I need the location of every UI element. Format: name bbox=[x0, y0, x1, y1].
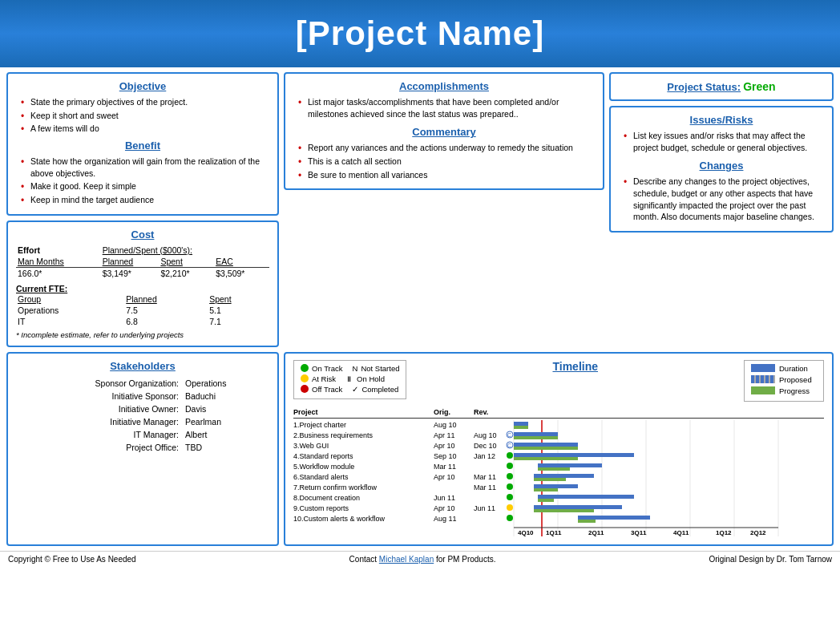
progress-bar bbox=[751, 386, 775, 394]
svg-text:Mar 11: Mar 11 bbox=[434, 463, 456, 471]
svg-rect-31 bbox=[514, 457, 578, 460]
svg-text:Apr 10: Apr 10 bbox=[434, 442, 455, 450]
val-planned: $3,149* bbox=[101, 267, 160, 279]
s-val: TBD bbox=[183, 442, 268, 453]
svg-text:Apr 10: Apr 10 bbox=[434, 473, 455, 481]
design-credit: Original Design by Dr. Tom Tarnow bbox=[709, 555, 832, 564]
svg-rect-47 bbox=[534, 488, 558, 491]
completed-label: Completed bbox=[361, 385, 398, 394]
main-grid: Objective State the primary objectives o… bbox=[0, 67, 840, 352]
timeline-title: Timeline bbox=[414, 360, 736, 373]
cost-table: Effort Planned/Spent ($000's): Man Month… bbox=[16, 245, 269, 279]
svg-text:Dec 10: Dec 10 bbox=[474, 442, 497, 450]
duration-bar bbox=[751, 364, 775, 372]
at-risk-label: At Risk bbox=[312, 374, 336, 383]
svg-text:1Q12: 1Q12 bbox=[716, 529, 732, 536]
svg-text:4Q10: 4Q10 bbox=[518, 529, 534, 536]
changes-list: Describe any changes to the project obje… bbox=[619, 176, 824, 223]
stakeholders-table: Sponsor Organization:Operations Initiati… bbox=[16, 376, 269, 455]
benefit-title: Benefit bbox=[16, 140, 269, 152]
legend-at-risk: At Risk ⏸ On Hold bbox=[301, 374, 399, 383]
fte-col-spent: Spent bbox=[208, 293, 269, 305]
svg-text:1Q11: 1Q11 bbox=[546, 529, 562, 536]
svg-text:Mar 11: Mar 11 bbox=[474, 483, 496, 491]
col-orig: Orig. bbox=[434, 408, 474, 416]
proposed-label: Proposed bbox=[779, 375, 812, 384]
list-item: List major tasks/accomplishments that ha… bbox=[298, 96, 595, 119]
col-planned: Planned bbox=[101, 256, 160, 268]
col-chart bbox=[514, 408, 824, 416]
contact-link[interactable]: Michael Kaplan bbox=[379, 555, 434, 564]
col-manmonths: Man Months bbox=[16, 256, 101, 268]
on-hold-label: On Hold bbox=[357, 374, 385, 383]
accomplishments-list: List major tasks/accomplishments that ha… bbox=[293, 96, 595, 119]
stakeholders-card: Stakeholders Sponsor Organization:Operat… bbox=[6, 352, 279, 546]
commentary-title: Commentary bbox=[293, 126, 595, 138]
on-hold-icon: ⏸ bbox=[345, 374, 353, 383]
s-label: Sponsor Organization: bbox=[18, 378, 181, 389]
fte-col-planned: Planned bbox=[124, 293, 208, 305]
objective-title: Objective bbox=[16, 80, 269, 92]
svg-text:7.Return confirm workflow: 7.Return confirm workflow bbox=[293, 483, 378, 491]
svg-text:6.Standard alerts: 6.Standard alerts bbox=[293, 473, 349, 481]
middle-column: Accomplishments List major tasks/accompl… bbox=[284, 72, 604, 347]
svg-rect-46 bbox=[534, 484, 578, 488]
list-item: Keep it short and sweet bbox=[21, 110, 269, 122]
svg-text:Jun 11: Jun 11 bbox=[474, 504, 495, 512]
svg-text:2.Business requirements: 2.Business requirements bbox=[293, 431, 374, 439]
list-item: A few items will do bbox=[21, 123, 269, 135]
svg-rect-52 bbox=[538, 499, 554, 502]
duration-legend: Duration bbox=[751, 364, 817, 373]
status-value: Green bbox=[743, 80, 775, 93]
contact-pre: Contact bbox=[349, 555, 379, 564]
s-val: Davis bbox=[183, 403, 268, 415]
copyright: Copyright © Free to Use As Needed bbox=[8, 555, 136, 564]
on-track-dot bbox=[301, 364, 309, 372]
svg-text:Aug 10: Aug 10 bbox=[434, 421, 457, 429]
svg-text:C: C bbox=[507, 443, 511, 448]
fte-row1-group: Operations bbox=[16, 305, 124, 316]
svg-point-29 bbox=[507, 452, 513, 459]
contact-post: for PM Products. bbox=[434, 555, 495, 564]
s-label: Project Office: bbox=[18, 442, 181, 453]
s-val: Albert bbox=[183, 429, 268, 440]
list-item: Be sure to mention all variances bbox=[298, 169, 595, 181]
completed-icon: ✓ bbox=[352, 385, 358, 394]
off-track-label: Off Track bbox=[312, 385, 342, 394]
gantt-svg: 1.Project charter Aug 10 2.Business requ… bbox=[293, 420, 824, 536]
accomplishments-title: Accomplishments bbox=[293, 80, 595, 92]
not-started-label: Not Started bbox=[361, 364, 399, 373]
svg-text:2Q12: 2Q12 bbox=[750, 529, 766, 536]
fte-row1-planned: 7.5 bbox=[124, 305, 208, 316]
svg-rect-10 bbox=[514, 422, 528, 426]
legend-right: Duration Proposed Progress bbox=[744, 360, 824, 402]
timeline-header: On Track N Not Started At Risk ⏸ On Hold… bbox=[293, 360, 824, 402]
svg-text:C: C bbox=[507, 432, 511, 438]
svg-text:4Q11: 4Q11 bbox=[673, 529, 689, 536]
svg-text:Apr 10: Apr 10 bbox=[434, 504, 455, 512]
issues-title: Issues/Risks bbox=[619, 114, 824, 126]
fte-row2-group: IT bbox=[16, 316, 124, 327]
val-spent: $2,210* bbox=[159, 267, 214, 279]
fte-row2-planned: 6.8 bbox=[124, 316, 208, 327]
page-header: [Project Name] bbox=[0, 0, 840, 67]
s-label: Initiative Owner: bbox=[18, 403, 181, 415]
svg-text:Mar 11: Mar 11 bbox=[474, 473, 496, 481]
svg-point-45 bbox=[507, 483, 513, 490]
svg-text:3.Web GUI: 3.Web GUI bbox=[293, 442, 329, 450]
contact-section: Contact Michael Kaplan for PM Products. bbox=[349, 555, 496, 564]
svg-text:5.Workflow module: 5.Workflow module bbox=[293, 463, 354, 471]
list-item: State the primary objectives of the proj… bbox=[21, 96, 269, 108]
svg-text:2Q11: 2Q11 bbox=[588, 529, 604, 536]
svg-rect-18 bbox=[514, 436, 558, 439]
duration-label: Duration bbox=[779, 364, 808, 373]
not-started-icon: N bbox=[353, 364, 358, 373]
svg-rect-35 bbox=[538, 463, 602, 467]
bottom-grid: Stakeholders Sponsor Organization:Operat… bbox=[0, 352, 840, 551]
svg-text:Jan 12: Jan 12 bbox=[474, 452, 495, 460]
progress-label: Progress bbox=[779, 386, 810, 395]
list-item: State how the organization will gain fro… bbox=[21, 156, 269, 179]
list-item: Report any variances and the actions und… bbox=[298, 142, 595, 154]
on-track-label: On Track bbox=[312, 364, 343, 373]
list-item: Keep in mind the target audience bbox=[21, 194, 269, 206]
